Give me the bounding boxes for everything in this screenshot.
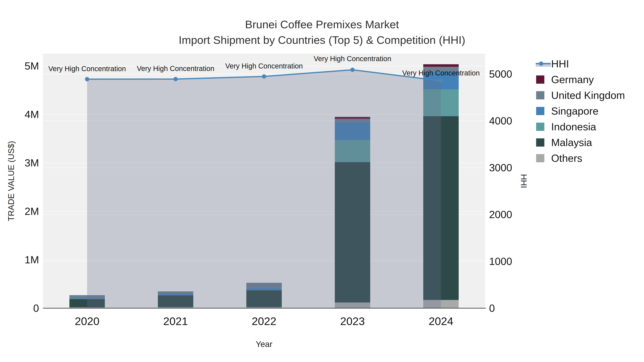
legend-item-singapore[interactable]: Singapore [536, 103, 625, 119]
chart-title-line2: Import Shipment by Countries (Top 5) & C… [0, 34, 644, 46]
x-tick-labels: 20202021202220232024 [75, 315, 453, 327]
legend-color-square [536, 154, 544, 162]
legend-item-malaysia[interactable]: Malaysia [536, 134, 625, 150]
legend-label: Malaysia [551, 136, 592, 148]
legend-color-square [536, 107, 544, 115]
malaysia-swatch-icon [536, 138, 551, 147]
y-right-tick-0: 0 [489, 302, 495, 314]
legend-item-indonesia[interactable]: Indonesia [536, 119, 625, 134]
y-right-tick-3000: 3000 [489, 162, 512, 173]
annotation-2020: Very High Concentration [48, 65, 126, 73]
hhi-area-fill [87, 70, 441, 308]
x-axis-title: Year [256, 339, 272, 349]
legend-label: Others [551, 152, 582, 164]
legend-color-square [536, 91, 544, 99]
bar-segment-2024-germany [423, 64, 459, 67]
legend-label: United Kingdom [551, 89, 625, 101]
united-kingdom-swatch-icon [536, 91, 551, 99]
chart-figure: 01M2M3M4M5M01000200030004000500020202021… [0, 0, 644, 362]
others-swatch-icon [536, 154, 551, 162]
y-left-tick-3M: 3M [24, 157, 39, 169]
hhi-marker-2024 [439, 79, 443, 83]
legend: HHIGermanyUnited KingdomSingaporeIndones… [536, 56, 625, 166]
x-tick-2024: 2024 [428, 315, 453, 327]
legend-label: HHI [551, 58, 569, 70]
x-tick-2022: 2022 [252, 315, 276, 327]
y-left-tick-2M: 2M [24, 205, 39, 217]
x-tick-2020: 2020 [75, 315, 100, 327]
annotation-2023: Very High Concentration [314, 55, 392, 62]
plot-canvas: 01M2M3M4M5M01000200030004000500020202021… [0, 0, 644, 362]
y-left-axis-title: TRADE VALUE (US$) [6, 141, 16, 221]
hhi-marker-2020 [85, 77, 89, 81]
legend-item-others[interactable]: Others [536, 150, 625, 166]
y-left-tick-1M: 1M [24, 254, 39, 266]
legend-item-united-kingdom[interactable]: United Kingdom [536, 87, 625, 103]
legend-label: Indonesia [551, 121, 596, 133]
annotation-2022: Very High Concentration [225, 62, 303, 70]
y-right-axis-title: HHI [519, 174, 528, 188]
hhi-line-swatch-icon [536, 59, 551, 68]
x-tick-2023: 2023 [340, 315, 365, 327]
y-left-tick-4M: 4M [24, 108, 39, 120]
legend-label: Singapore [551, 105, 598, 117]
singapore-swatch-icon [536, 106, 551, 115]
indonesia-swatch-icon [536, 122, 551, 131]
annotation-2024: Very High Concentration [402, 69, 480, 77]
legend-color-square [536, 123, 544, 131]
legend-color-square [536, 75, 544, 84]
annotation-2021: Very High Concentration [137, 64, 214, 72]
y-right-tick-1000: 1000 [489, 256, 512, 267]
hhi-marker-2022 [262, 74, 266, 79]
hhi-marker-2021 [174, 77, 178, 81]
y-right-tick-5000: 5000 [489, 68, 512, 80]
y-left-tick-0: 0 [33, 302, 39, 314]
legend-label: Germany [551, 73, 594, 85]
hhi-marker-2023 [350, 67, 355, 72]
legend-item-germany[interactable]: Germany [536, 71, 625, 87]
legend-item-hhi[interactable]: HHI [536, 56, 625, 71]
y-left-tick-5M: 5M [24, 60, 39, 72]
germany-swatch-icon [536, 75, 551, 84]
chart-title-line1: Brunei Coffee Premixes Market [0, 18, 644, 31]
y-right-tick-4000: 4000 [489, 115, 512, 127]
y-right-tick-2000: 2000 [489, 209, 512, 220]
legend-color-square [536, 138, 544, 147]
x-tick-2021: 2021 [163, 315, 188, 327]
